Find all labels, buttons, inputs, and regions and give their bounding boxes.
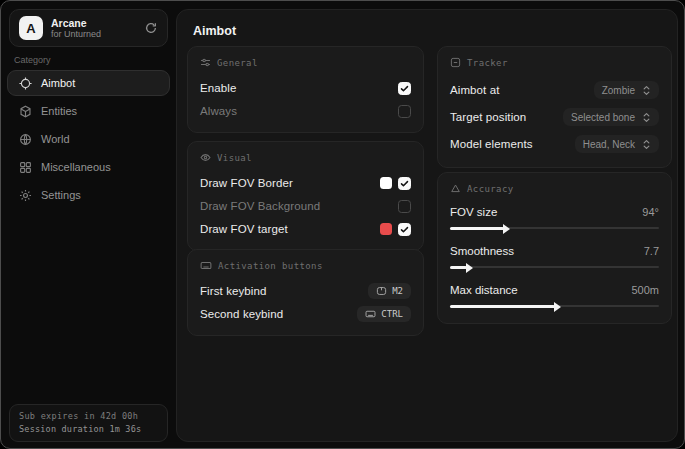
activation-card: Activation buttons First keybind M2 Seco… [187, 249, 424, 336]
sidebar-item-aimbot[interactable]: Aimbot [7, 70, 170, 96]
refresh-icon[interactable] [144, 21, 158, 35]
eye-icon [200, 152, 211, 163]
keyboard-icon [200, 260, 212, 271]
setting-row-second-keybind: Second keybind CTRL [200, 303, 411, 325]
sidebar-item-label: Aimbot [41, 77, 75, 89]
setting-label: Second keybind [200, 308, 283, 320]
sidebar: A Arcane for Unturned Category Aimbot [1, 1, 176, 448]
sliders-icon [200, 57, 211, 68]
aimbot-at-dropdown[interactable]: Zombie [594, 81, 659, 99]
fov-target-checkbox[interactable] [398, 223, 411, 236]
globe-icon [19, 133, 32, 146]
slider-thumb[interactable] [466, 263, 473, 273]
setting-label: Draw FOV Background [200, 200, 320, 212]
sidebar-item-world[interactable]: World [7, 126, 170, 152]
fov-border-color-swatch[interactable] [380, 177, 392, 189]
setting-label: Model elements [450, 138, 533, 150]
setting-label: Draw FOV target [200, 223, 288, 235]
fov-target-color-swatch[interactable] [380, 223, 392, 235]
keybind-value: M2 [392, 286, 403, 296]
setting-row-always: Always [200, 100, 411, 122]
sidebar-item-settings[interactable]: Settings [7, 182, 170, 208]
slider-thumb[interactable] [503, 224, 510, 234]
app-window: A Arcane for Unturned Category Aimbot [0, 0, 685, 449]
mouse-icon [376, 286, 387, 296]
section-title: General [217, 58, 258, 68]
section-title: Visual [217, 153, 252, 163]
sub-expiry-text: Sub expires in 42d 00h [19, 411, 158, 421]
chevron-up-down-icon [642, 112, 651, 123]
setting-label: Enable [200, 82, 236, 94]
app-name: Arcane [51, 17, 101, 29]
target-position-dropdown[interactable]: Selected bone [563, 108, 659, 126]
slider-row-fov-size: FOV size 94° [450, 203, 659, 233]
slider-row-max-distance: Max distance 500m [450, 281, 659, 311]
second-keybind-badge[interactable]: CTRL [357, 306, 411, 322]
sidebar-item-label: World [41, 133, 70, 145]
crosshair-icon [19, 77, 32, 90]
subscription-info: Sub expires in 42d 00h Session duration … [9, 404, 168, 442]
category-label: Category [14, 55, 51, 65]
setting-label: Draw FOV Border [200, 177, 293, 189]
model-elements-dropdown[interactable]: Head, Neck [575, 135, 659, 153]
slider-thumb[interactable] [554, 302, 561, 312]
slider-label: Smoothness [450, 245, 514, 257]
slider-value: 94° [642, 206, 659, 218]
slider-value: 7.7 [644, 245, 659, 257]
sidebar-item-label: Miscellaneous [41, 161, 111, 173]
enable-checkbox[interactable] [398, 82, 411, 95]
sidebar-nav: Aimbot Entities World [7, 70, 170, 210]
always-checkbox[interactable] [398, 105, 411, 118]
keybind-value: CTRL [381, 309, 403, 319]
slider-label: Max distance [450, 284, 518, 296]
chevron-up-down-icon [642, 139, 651, 150]
keyboard-icon [365, 309, 376, 319]
section-title: Activation buttons [218, 261, 323, 271]
sidebar-item-label: Entities [41, 105, 77, 117]
setting-row-enable: Enable [200, 77, 411, 99]
fov-background-checkbox[interactable] [398, 200, 411, 213]
slider-row-smoothness: Smoothness 7.7 [450, 242, 659, 272]
setting-row-first-keybind: First keybind M2 [200, 280, 411, 302]
dropdown-value: Selected bone [571, 112, 635, 123]
sidebar-item-miscellaneous[interactable]: Miscellaneous [7, 154, 170, 180]
setting-row-fov-background: Draw FOV Background [200, 195, 411, 217]
tracker-card: Tracker Aimbot at Zombie Target position… [437, 46, 672, 168]
first-keybind-badge[interactable]: M2 [368, 283, 411, 299]
dropdown-value: Head, Neck [583, 139, 635, 150]
smoothness-slider[interactable] [450, 262, 659, 272]
tracker-icon [450, 57, 461, 68]
accuracy-card: Accuracy FOV size 94° Smoothness 7.7 [437, 172, 672, 324]
fov-border-checkbox[interactable] [398, 177, 411, 190]
setting-label: Target position [450, 111, 526, 123]
app-subtitle: for Unturned [51, 29, 101, 39]
grid-icon [19, 161, 32, 174]
sidebar-item-label: Settings [41, 189, 81, 201]
slider-label: FOV size [450, 206, 497, 218]
chevron-up-down-icon [642, 85, 651, 96]
visual-card: Visual Draw FOV Border Draw FOV Backgrou… [187, 141, 424, 251]
setting-row-aimbot-at: Aimbot at Zombie [450, 77, 659, 103]
entities-icon [19, 105, 32, 118]
setting-label: Always [200, 105, 237, 117]
sidebar-item-entities[interactable]: Entities [7, 98, 170, 124]
dropdown-value: Zombie [602, 85, 635, 96]
main-panel: Aimbot General Enable Always [176, 9, 678, 442]
page-title: Aimbot [193, 24, 236, 38]
app-logo: A [19, 16, 43, 40]
setting-row-target-position: Target position Selected bone [450, 104, 659, 130]
general-card: General Enable Always [187, 46, 424, 133]
setting-label: Aimbot at [450, 84, 499, 96]
triangle-icon [450, 183, 461, 194]
setting-row-fov-target: Draw FOV target [200, 218, 411, 240]
session-duration-text: Session duration 1m 36s [19, 424, 158, 434]
setting-label: First keybind [200, 285, 267, 297]
max-distance-slider[interactable] [450, 301, 659, 311]
brand-block: Arcane for Unturned [51, 17, 101, 39]
setting-row-model-elements: Model elements Head, Neck [450, 131, 659, 157]
sidebar-header: A Arcane for Unturned [9, 9, 168, 47]
fov-size-slider[interactable] [450, 223, 659, 233]
setting-row-fov-border: Draw FOV Border [200, 172, 411, 194]
slider-value: 500m [631, 284, 659, 296]
section-title: Accuracy [467, 184, 514, 194]
